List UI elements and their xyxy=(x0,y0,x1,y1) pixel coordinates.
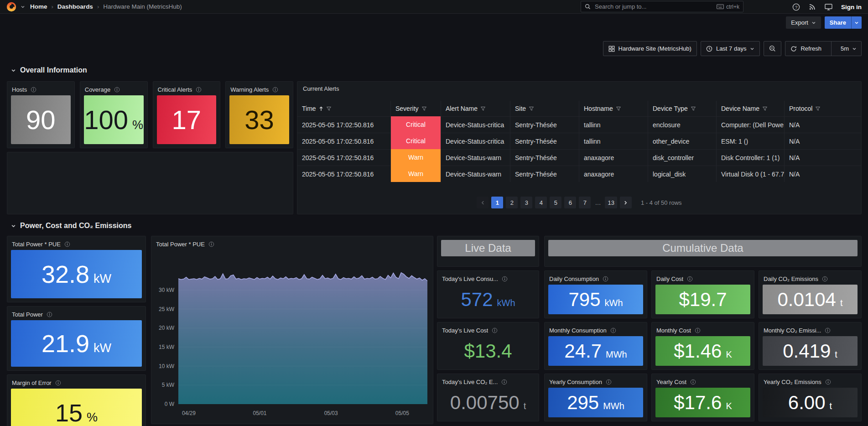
refresh-interval-picker[interactable]: 5m xyxy=(836,42,861,56)
breadcrumb-home[interactable]: Home xyxy=(30,3,47,10)
stat-value-area: $1.46K xyxy=(655,336,750,366)
column-header-device-name[interactable]: Device Name xyxy=(717,101,785,116)
time-range-picker[interactable]: Last 7 days xyxy=(701,41,760,56)
zoom-out-button[interactable] xyxy=(764,41,781,56)
column-header-alert-name[interactable]: Alert Name xyxy=(441,101,510,116)
column-header-label: Hostname xyxy=(584,105,613,112)
panel-header: Today's Live Consu... xyxy=(437,271,539,284)
table-cell: disk_controller xyxy=(648,149,717,166)
column-header-protocol[interactable]: Protocol xyxy=(785,101,861,116)
filter-icon[interactable] xyxy=(616,106,621,111)
stat-value-group: $13.4 xyxy=(464,342,512,361)
panel-title: Hosts xyxy=(12,86,27,93)
page-button-13[interactable]: 13 xyxy=(605,197,617,208)
page-button-1[interactable]: 1 xyxy=(491,197,503,208)
table-row: 2025-05-05 17:02:50.816CriticalDevice-St… xyxy=(297,116,861,133)
live-data-column: Live Data Today's Live Consu...572kWhTod… xyxy=(437,236,539,421)
filter-icon[interactable] xyxy=(326,106,332,111)
stat-value: 0.419 xyxy=(783,342,831,361)
panel-title: Today's Live CO₂ E... xyxy=(442,379,498,385)
stat-value-area: 90 xyxy=(11,95,71,144)
page-button-2[interactable]: 2 xyxy=(506,197,518,208)
page-button-4[interactable]: 4 xyxy=(535,197,547,208)
info-icon[interactable] xyxy=(55,380,61,386)
panel-yearly-co-emissions: Yearly CO₂ Emissions6.00t xyxy=(759,374,862,421)
table-cell: tallinn xyxy=(579,133,648,149)
stat-unit: t xyxy=(830,401,832,410)
power-time-series-chart[interactable]: 0 W5 kW10 kW15 kW20 kW25 kW30 kW04/2905/… xyxy=(151,236,433,424)
divider xyxy=(831,41,832,56)
info-icon[interactable] xyxy=(603,276,608,282)
stat-value-group: 24.7MWh xyxy=(564,342,627,361)
table-cell: enclosure xyxy=(648,116,717,133)
info-icon[interactable] xyxy=(610,327,616,333)
filter-icon[interactable] xyxy=(815,106,821,111)
chevron-down-icon[interactable] xyxy=(21,5,25,9)
page-button-7[interactable]: 7 xyxy=(579,197,591,208)
grafana-logo[interactable] xyxy=(6,2,16,12)
table-cell: Device-Status-warn xyxy=(441,149,510,166)
column-header-device-type[interactable]: Device Type xyxy=(648,101,717,116)
next-page-button[interactable] xyxy=(620,197,632,208)
column-header-hostname[interactable]: Hostname xyxy=(579,101,648,116)
svg-text:05/05: 05/05 xyxy=(395,410,409,416)
filter-icon[interactable] xyxy=(421,106,427,111)
section-power-cost-co2[interactable]: Power, Cost and CO₂ Emissions xyxy=(11,222,132,230)
info-icon[interactable] xyxy=(687,276,693,282)
info-icon[interactable] xyxy=(196,87,202,93)
info-icon[interactable] xyxy=(825,327,831,333)
cumulative-grid: Daily Consumption795kWhDaily Cost$19.7Da… xyxy=(544,270,862,421)
share-menu-chevron[interactable] xyxy=(851,16,862,29)
stat-unit: t xyxy=(840,298,843,307)
share-button[interactable]: Share xyxy=(825,16,851,29)
panel-title: Total Power * PUE xyxy=(12,241,61,248)
filter-icon[interactable] xyxy=(529,106,534,111)
info-icon[interactable] xyxy=(492,327,498,333)
column-header-severity[interactable]: Severity xyxy=(391,101,441,116)
info-icon[interactable] xyxy=(501,379,507,385)
site-picker-button[interactable]: Hardware Site (MetricsHub) xyxy=(603,41,697,56)
sort-asc-icon[interactable] xyxy=(319,106,323,111)
column-header-site[interactable]: Site xyxy=(510,101,579,116)
info-icon[interactable] xyxy=(695,327,701,333)
refresh-button[interactable]: Refresh xyxy=(785,42,826,56)
info-icon[interactable] xyxy=(47,312,52,317)
column-header-label: Device Type xyxy=(653,105,688,112)
help-icon[interactable]: ? xyxy=(792,3,800,11)
stat-value: 572 xyxy=(461,290,493,309)
panel-title: Yearly Consumption xyxy=(549,379,602,385)
previous-page-button[interactable] xyxy=(477,197,489,208)
info-icon[interactable] xyxy=(64,241,70,247)
search-input[interactable] xyxy=(594,3,713,10)
panel-header: Margin of Error xyxy=(7,375,146,388)
export-button[interactable]: Export xyxy=(786,16,821,29)
page-button-6[interactable]: 6 xyxy=(564,197,576,208)
info-icon[interactable] xyxy=(114,87,120,93)
svg-text:05/01: 05/01 xyxy=(253,410,267,416)
info-icon[interactable] xyxy=(502,276,508,282)
filter-icon[interactable] xyxy=(762,106,768,111)
page-button-3[interactable]: 3 xyxy=(520,197,532,208)
filter-icon[interactable] xyxy=(691,106,696,111)
sign-in-button[interactable]: Sign in xyxy=(841,4,862,10)
info-icon[interactable] xyxy=(31,87,36,93)
panel-monthly-cost: Monthly Cost$1.46K xyxy=(651,322,754,370)
stat-value-group: $19.7 xyxy=(679,290,727,309)
breadcrumb-dashboards[interactable]: Dashboards xyxy=(57,3,93,10)
info-icon[interactable] xyxy=(825,379,831,385)
filter-icon[interactable] xyxy=(480,106,486,111)
keyboard-icon xyxy=(717,4,724,9)
table-cell: Sentry-Thésée xyxy=(510,133,579,149)
screen-icon[interactable] xyxy=(825,4,832,10)
rss-icon[interactable] xyxy=(809,3,816,10)
stat-unit: % xyxy=(87,411,98,424)
page-button-5[interactable]: 5 xyxy=(550,197,561,208)
panel-title: Daily CO₂ Emissions xyxy=(764,275,818,282)
column-header-time[interactable]: Time xyxy=(297,101,391,116)
info-icon[interactable] xyxy=(272,87,278,93)
info-icon[interactable] xyxy=(606,379,612,385)
search-box[interactable]: ctrl+k xyxy=(581,1,743,12)
section-overall-information[interactable]: Overall Information xyxy=(11,66,87,74)
info-icon[interactable] xyxy=(690,379,696,385)
info-icon[interactable] xyxy=(822,276,828,282)
